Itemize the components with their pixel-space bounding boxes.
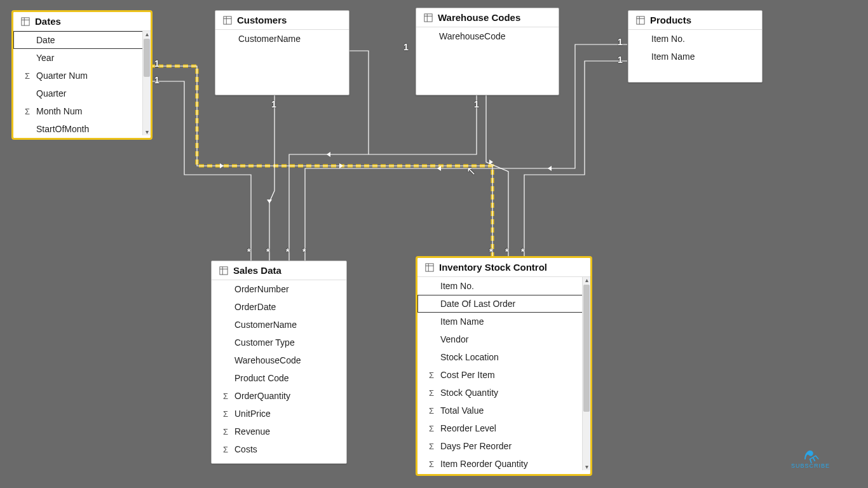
field-row[interactable]: Item Name	[628, 48, 762, 65]
table-products[interactable]: Products Item No.Item Name	[628, 10, 763, 83]
field-row[interactable]: ΣUnitPrice	[212, 405, 346, 423]
sigma-icon: Σ	[426, 459, 437, 469]
field-row[interactable]: WarehouseCode	[212, 351, 346, 369]
cardinality-many: *	[505, 247, 508, 257]
field-row[interactable]: Quarter	[13, 85, 151, 102]
table-icon	[21, 17, 30, 26]
field-row[interactable]: Date Of Last Order	[417, 295, 590, 313]
field-label: Product Code	[234, 373, 341, 383]
model-canvas[interactable]: 1 1 1 1 1 1 1 * * * * * * * Dates DateYe…	[0, 0, 868, 488]
field-row[interactable]: OrderNumber	[212, 280, 346, 298]
field-row[interactable]: CustomerName	[215, 30, 349, 48]
table-icon	[223, 16, 232, 25]
cardinality-many: *	[286, 247, 289, 257]
field-label: StartOfMonth	[36, 124, 146, 134]
cardinality-many: *	[302, 247, 306, 257]
table-icon	[636, 16, 645, 25]
svg-marker-3	[489, 159, 493, 165]
field-row[interactable]: ΣReorder Level	[417, 419, 590, 437]
field-row[interactable]: ΣQuarter Num	[13, 67, 151, 85]
field-row[interactable]: StartOfMonth	[13, 120, 151, 135]
cardinality-one: 1	[474, 99, 479, 109]
field-row[interactable]: Product Code	[212, 369, 346, 387]
field-row[interactable]: Item No.	[628, 30, 762, 48]
field-label: OrderQuantity	[234, 391, 341, 401]
scroll-down-icon[interactable]: ▾	[583, 464, 590, 470]
table-icon	[219, 266, 228, 275]
field-row[interactable]: Item Name	[417, 313, 590, 330]
cardinality-one: 1	[618, 37, 623, 47]
table-header[interactable]: Products	[628, 11, 762, 30]
scrollbar-vertical[interactable]: ▴ ▾	[142, 31, 151, 135]
sigma-icon: Σ	[426, 388, 437, 398]
table-header[interactable]: Sales Data	[212, 261, 346, 280]
field-row[interactable]: ΣOrderQuantity	[212, 387, 346, 405]
field-row[interactable]: Stock Location	[417, 348, 590, 366]
scroll-thumb[interactable]	[144, 39, 150, 77]
field-row[interactable]: Item No.	[417, 277, 590, 295]
field-row[interactable]: ΣStock Quantity	[417, 384, 590, 402]
field-row[interactable]: ΣCosts	[212, 440, 346, 458]
sigma-icon: Σ	[220, 427, 231, 437]
svg-rect-7	[22, 17, 29, 25]
field-row[interactable]: ΣCost Per Item	[417, 366, 590, 384]
table-icon	[424, 13, 433, 22]
field-label: WarehouseCode	[439, 31, 553, 41]
table-customers[interactable]: Customers CustomerName	[215, 10, 349, 95]
scrollbar-vertical[interactable]: ▴ ▾	[582, 277, 590, 470]
field-label: Days Per Reorder	[440, 441, 585, 451]
field-row[interactable]: ΣMonth Num	[13, 102, 151, 120]
cardinality-one: 1	[403, 42, 409, 52]
field-row[interactable]: Year	[13, 49, 151, 67]
sigma-icon: Σ	[426, 370, 437, 380]
sigma-icon: Σ	[426, 406, 437, 416]
field-label: Quarter Num	[36, 71, 146, 81]
field-label: Costs	[234, 444, 341, 454]
field-label: Item No.	[651, 34, 757, 44]
field-label: Vendor	[440, 334, 585, 344]
table-header[interactable]: Dates	[13, 12, 151, 31]
table-title: Warehouse Codes	[438, 12, 520, 23]
table-header[interactable]: Warehouse Codes	[416, 8, 559, 27]
svg-marker-1	[339, 163, 343, 168]
scroll-up-icon[interactable]: ▴	[144, 31, 150, 37]
field-row[interactable]: ΣTotal Value	[417, 402, 590, 419]
sigma-icon: Σ	[22, 107, 32, 116]
field-label: Item Name	[440, 316, 585, 327]
svg-rect-22	[426, 263, 433, 271]
cursor-icon: ↖	[466, 164, 476, 178]
field-list: Item No.Item Name	[628, 30, 762, 65]
field-label: Stock Quantity	[440, 388, 585, 398]
table-header[interactable]: Inventory Stock Control	[417, 258, 590, 277]
svg-marker-0	[220, 163, 224, 168]
scroll-down-icon[interactable]: ▾	[144, 129, 150, 135]
field-row[interactable]: WarehouseCode	[416, 27, 559, 45]
table-title: Inventory Stock Control	[439, 262, 547, 273]
svg-marker-6	[267, 200, 272, 203]
svg-rect-10	[224, 16, 231, 24]
table-inventory-stock-control[interactable]: Inventory Stock Control Item No.Date Of …	[417, 257, 591, 475]
field-row[interactable]: OrderDate	[212, 298, 346, 316]
field-row[interactable]: ΣItem Reorder Quantity	[417, 455, 590, 470]
sigma-icon: Σ	[426, 442, 437, 451]
field-row[interactable]: CustomerName	[212, 316, 346, 334]
sigma-icon: Σ	[22, 71, 32, 81]
table-dates[interactable]: Dates DateYearΣQuarter NumQuarterΣMonth …	[13, 11, 151, 139]
field-label: Quarter	[36, 88, 146, 98]
field-label: OrderDate	[234, 302, 341, 312]
table-sales-data[interactable]: Sales Data OrderNumberOrderDateCustomerN…	[211, 261, 347, 464]
table-warehouse-codes[interactable]: Warehouse Codes WarehouseCode	[416, 8, 559, 95]
scroll-up-icon[interactable]: ▴	[583, 277, 590, 283]
field-row[interactable]: Date	[13, 31, 151, 49]
field-row[interactable]: Customer Type	[212, 334, 346, 351]
field-label: Month Num	[36, 106, 146, 116]
sigma-icon: Σ	[426, 424, 437, 433]
field-row[interactable]: Vendor	[417, 330, 590, 348]
field-list: OrderNumberOrderDateCustomerNameCustomer…	[212, 280, 346, 458]
field-row[interactable]: ΣRevenue	[212, 423, 346, 440]
table-header[interactable]: Customers	[215, 11, 349, 30]
scroll-thumb[interactable]	[583, 285, 590, 412]
field-row[interactable]: ΣDays Per Reorder	[417, 437, 590, 455]
cardinality-many: *	[247, 247, 250, 257]
table-title: Customers	[237, 15, 287, 25]
